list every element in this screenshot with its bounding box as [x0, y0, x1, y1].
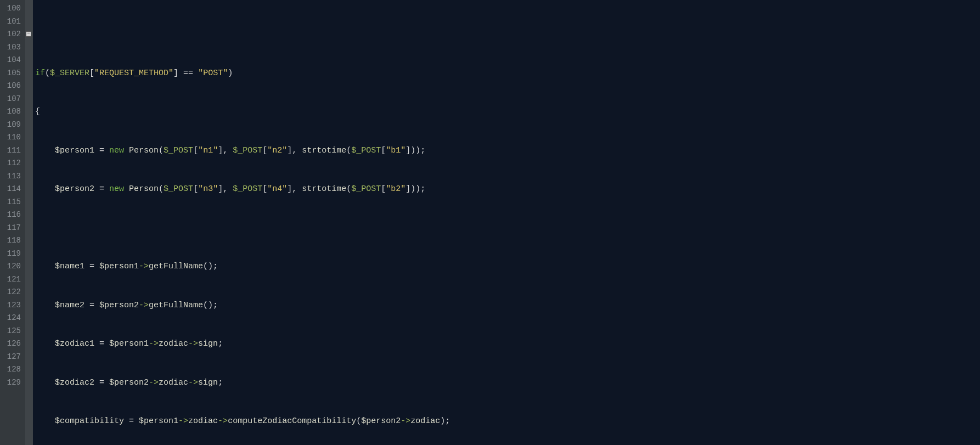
- line-number: 108: [2, 105, 21, 119]
- line-number: 103: [2, 41, 21, 54]
- code-line: {: [35, 105, 980, 119]
- line-number: 106: [2, 80, 21, 93]
- fold-margin: [25, 0, 33, 445]
- code-line: [35, 222, 980, 235]
- line-number: 107: [2, 93, 21, 106]
- line-number: 111: [2, 144, 21, 157]
- line-number: 129: [2, 376, 21, 390]
- line-number: 119: [2, 247, 21, 261]
- line-number: 101: [2, 15, 21, 29]
- line-number: 104: [2, 54, 21, 67]
- line-number: 117: [2, 222, 21, 235]
- line-number: 109: [2, 119, 21, 132]
- line-number: 126: [2, 337, 21, 351]
- code-line: $compatibility = $person1->zodiac->compu…: [35, 415, 980, 428]
- line-number: 110: [2, 131, 21, 144]
- line-number: 102: [2, 28, 21, 41]
- fold-marker-icon[interactable]: [26, 31, 31, 37]
- line-number: 120: [2, 260, 21, 273]
- code-line: $zodiac1 = $person1->zodiac->sign;: [35, 337, 980, 351]
- line-number: 100: [2, 2, 21, 15]
- code-area[interactable]: if($_SERVER["REQUEST_METHOD"] == "POST")…: [33, 0, 980, 445]
- line-number: 123: [2, 299, 21, 312]
- code-line: $name1 = $person1->getFullName();: [35, 260, 980, 273]
- line-number: 125: [2, 325, 21, 338]
- line-number: 105: [2, 67, 21, 80]
- line-number: 122: [2, 286, 21, 299]
- code-editor: 1001011021031041051061071081091101111121…: [0, 0, 980, 445]
- line-number-gutter: 1001011021031041051061071081091101111121…: [0, 0, 25, 445]
- code-line: $name2 = $person2->getFullName();: [35, 299, 980, 312]
- line-number: 113: [2, 170, 21, 183]
- code-line: $person2 = new Person($_POST["n3"], $_PO…: [35, 183, 980, 196]
- line-number: 128: [2, 363, 21, 376]
- line-number: 127: [2, 351, 21, 364]
- line-number: 118: [2, 234, 21, 247]
- code-line: if($_SERVER["REQUEST_METHOD"] == "POST"): [35, 67, 980, 80]
- code-line: $zodiac2 = $person2->zodiac->sign;: [35, 376, 980, 390]
- code-line: [35, 28, 980, 41]
- line-number: 116: [2, 209, 21, 222]
- line-number: 115: [2, 196, 21, 209]
- line-number: 121: [2, 273, 21, 286]
- line-number: 114: [2, 183, 21, 196]
- line-number: 124: [2, 312, 21, 325]
- code-line: $person1 = new Person($_POST["n1"], $_PO…: [35, 144, 980, 157]
- line-number: 112: [2, 157, 21, 170]
